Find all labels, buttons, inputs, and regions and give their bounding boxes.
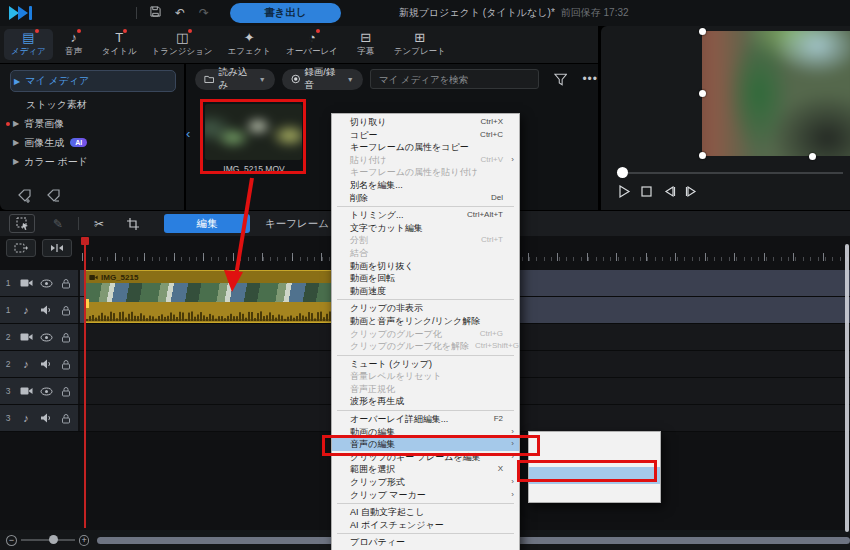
context-menu-item[interactable]: 波形を再生成 › <box>332 395 519 408</box>
room-tab[interactable]: ⊟ 字幕 <box>346 29 386 60</box>
undo-icon[interactable]: ↶ <box>168 6 192 20</box>
tab-edit[interactable]: 編集 <box>164 214 250 233</box>
context-menu-item[interactable]: クリップの非表示 › <box>332 302 519 315</box>
sidebar-item[interactable]: ▶ 画像生成 AI <box>0 133 184 152</box>
play-icon[interactable] <box>617 184 631 199</box>
context-menu-item[interactable]: 削除 Del › <box>332 192 519 205</box>
room-tab[interactable]: ▤ メディア <box>4 29 53 60</box>
import-button[interactable]: 読み込み ▼ <box>195 69 275 90</box>
resize-handle-bottom-mid[interactable] <box>809 153 816 160</box>
previous-frame-icon[interactable] <box>662 184 676 199</box>
media-item-thumbnail[interactable] <box>205 104 302 160</box>
preview-seek-knob[interactable] <box>617 167 628 178</box>
context-menu-item[interactable]: 貼り付け Ctrl+V › <box>332 154 519 167</box>
toggle-track-mute-icon[interactable] <box>36 413 56 423</box>
toggle-track-visibility-icon[interactable] <box>36 279 56 288</box>
submenu-item[interactable] <box>529 451 660 468</box>
context-menu-item[interactable]: 別名を編集... › <box>332 179 519 192</box>
context-menu-item[interactable]: トリミング... Ctrl+Alt+T › <box>332 209 519 222</box>
context-menu-item[interactable]: 動画と音声をリンク/リンク解除 › <box>332 315 519 328</box>
room-tab[interactable]: ◔ オーバーレイ <box>279 29 345 60</box>
timeline-zoom-slider[interactable] <box>21 539 75 541</box>
lock-track-icon[interactable] <box>56 332 76 343</box>
context-menu-item[interactable]: クリップのグループ化を解除 Ctrl+Shift+G › <box>332 340 519 353</box>
context-menu-item[interactable]: プロパティー › <box>332 536 519 549</box>
room-tab[interactable]: ⊞ テンプレート <box>387 29 453 60</box>
context-menu-item[interactable]: 切り取り Ctrl+X › <box>332 116 519 129</box>
lock-track-icon[interactable] <box>56 359 76 370</box>
sidebar-item[interactable]: ▶ ストック素材 <box>0 95 184 114</box>
search-input[interactable] <box>377 73 532 86</box>
select-tool-icon[interactable] <box>9 214 35 233</box>
zoom-out-icon[interactable]: − <box>6 535 17 546</box>
context-menu-item[interactable]: キーフレームの属性をコピー › <box>332 141 519 154</box>
context-menu-item[interactable]: 動画を切り抜く › <box>332 260 519 273</box>
record-button[interactable]: 録画/録音 ▼ <box>282 69 363 90</box>
split-scissors-icon[interactable]: ✂ <box>86 214 112 233</box>
context-menu-item[interactable]: 音声正規化 › <box>332 383 519 396</box>
stop-icon[interactable] <box>640 184 653 199</box>
resize-handle-top-left[interactable] <box>699 28 706 35</box>
context-menu-item[interactable]: AI ボイスチェンジャー › <box>332 519 519 532</box>
toggle-track-visibility-icon[interactable] <box>36 387 56 396</box>
context-menu-item[interactable]: 音声の編集 › <box>332 438 519 451</box>
context-menu-item[interactable]: クリップのグループ化 Ctrl+G › <box>332 328 519 341</box>
crop-tool-icon[interactable] <box>120 214 146 233</box>
sidebar-item[interactable]: ▶ 背景画像 <box>0 114 184 133</box>
room-tab[interactable]: ♪ 音声 <box>54 29 94 60</box>
room-tab-label: 字幕 <box>357 46 374 58</box>
pen-tool-icon[interactable]: ✎ <box>45 214 71 233</box>
resize-handle-mid-left[interactable] <box>699 90 706 97</box>
context-menu-item[interactable]: 音量レベルをリセット › <box>332 370 519 383</box>
context-menu-item[interactable]: ミュート (クリップ) › <box>332 358 519 371</box>
preview-video[interactable] <box>702 31 850 156</box>
save-icon[interactable] <box>143 6 168 20</box>
context-menu-item[interactable]: クリップのキー フレームを編集 › <box>332 451 519 464</box>
room-tab[interactable]: ◫ トランジション <box>145 29 220 60</box>
room-tab[interactable]: T タイトル <box>95 29 144 60</box>
more-options-icon[interactable]: ••• <box>582 72 598 86</box>
preview-seek-bar[interactable] <box>619 172 843 174</box>
tag-remove-icon[interactable] <box>47 189 62 203</box>
context-menu-item[interactable]: 動画速度 › <box>332 285 519 298</box>
redo-icon[interactable]: ↷ <box>192 6 216 20</box>
sidebar-item[interactable]: ▶ カラー ボード <box>0 152 184 171</box>
sidebar-item[interactable]: ▶ マイ メディア <box>10 70 176 92</box>
tag-add-icon[interactable] <box>18 189 33 203</box>
context-menu-item[interactable]: オーバーレイ詳細編集... F2 › <box>332 413 519 426</box>
submenu-item[interactable] <box>529 484 660 501</box>
submenu-item[interactable] <box>529 434 660 451</box>
toggle-track-visibility-icon[interactable] <box>36 333 56 342</box>
zoom-slider-knob[interactable] <box>49 535 58 544</box>
context-menu-item[interactable]: クリップ マーカー › <box>332 489 519 502</box>
context-menu-item[interactable]: 文字でカット編集 › <box>332 222 519 235</box>
playhead-line[interactable] <box>84 238 86 528</box>
lock-track-icon[interactable] <box>56 413 76 424</box>
zoom-in-icon[interactable]: + <box>79 535 90 546</box>
room-tab[interactable]: ✦ エフェクト <box>221 29 279 60</box>
context-menu-item[interactable]: AI 自動文字起こし › <box>332 506 519 519</box>
timeline-vertical-scrollbar[interactable] <box>845 244 849 532</box>
context-menu-item[interactable]: 分割 Ctrl+T › <box>332 234 519 247</box>
toggle-track-mute-icon[interactable] <box>36 305 56 315</box>
context-menu-item[interactable]: コピー Ctrl+C › <box>332 129 519 142</box>
resize-handle-bottom-left[interactable] <box>699 152 706 159</box>
lock-track-icon[interactable] <box>56 278 76 289</box>
collapse-panel-icon[interactable]: ‹ <box>186 126 190 141</box>
export-button[interactable]: 書き出し <box>230 3 341 23</box>
tab-keyframe[interactable]: キーフレーム <box>254 214 340 233</box>
context-menu-item[interactable]: 範囲を選択 X › <box>332 463 519 476</box>
context-menu-item[interactable]: 動画を回転 › <box>332 272 519 285</box>
lock-track-icon[interactable] <box>56 305 76 316</box>
track-manager-icon[interactable] <box>6 239 36 257</box>
next-frame-icon[interactable] <box>685 184 699 199</box>
context-menu-item[interactable]: クリップ形式 › <box>332 476 519 489</box>
lock-track-icon[interactable] <box>56 386 76 397</box>
snap-toggle-icon[interactable] <box>42 239 72 257</box>
submenu-item[interactable] <box>529 467 660 484</box>
context-menu-item[interactable]: 結合 › <box>332 247 519 260</box>
filter-icon[interactable] <box>554 73 567 86</box>
context-menu-item[interactable]: キーフレームの属性を貼り付け › <box>332 166 519 179</box>
context-menu-item[interactable]: 動画の編集 › <box>332 426 519 439</box>
toggle-track-mute-icon[interactable] <box>36 359 56 369</box>
